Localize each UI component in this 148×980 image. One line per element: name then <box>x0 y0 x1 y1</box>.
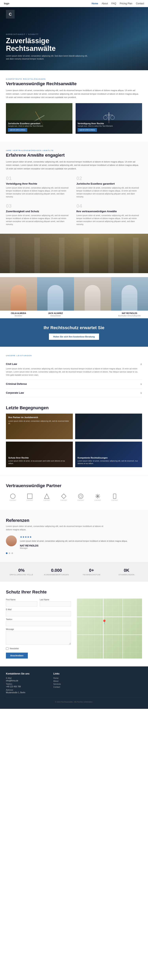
newsletter-checkbox[interactable] <box>6 647 8 650</box>
partner-logo-2 <box>27 493 33 499</box>
contact-title: Schutz Ihrer Rechte <box>6 590 142 595</box>
attorneys-title: Erfahrene Anwälte engagiert <box>6 153 142 158</box>
service-header-3[interactable]: Corporate Law ∨ <box>6 391 142 395</box>
recent-card-4: Kompetente Rechtslösungen Lorem ipsum do… <box>75 442 142 467</box>
newsletter-label: Newsletter <box>10 648 19 650</box>
firstname-input[interactable] <box>6 601 37 606</box>
team-name-2: JACK ALVAREZ <box>37 311 74 315</box>
hero-tag: GERECHTIGKEIT / SCHNITT <box>6 33 89 35</box>
attorneys-section: IHRE VERTRAUENSWÜRDIGEN ANWÄLTE Erfahren… <box>0 142 148 234</box>
team-photo-3 <box>74 277 111 311</box>
hero-logo-box: C <box>6 10 14 19</box>
nav-logo[interactable]: logo <box>4 2 9 5</box>
stat-num-3: 0+ <box>76 568 107 573</box>
footer-link-2[interactable]: About <box>53 680 95 682</box>
trusted-img-overlay-2: Verteidigung Ihrer Rechte Sample text. C… <box>76 120 142 134</box>
trusted-text: Lorem ipsum dolor sit amet, consectetur … <box>6 89 140 99</box>
lastname-label: Last Name <box>40 598 71 601</box>
contact-form-section: Schutz Ihrer Rechte First Name Last Name… <box>0 582 148 667</box>
service-item-2: Criminal Defense ∨ <box>6 380 142 388</box>
services-section: UNSERE LEISTUNGEN Civil Law ∧ Lorem ipsu… <box>0 347 148 405</box>
partner-6: CONTENT <box>91 492 105 502</box>
feature-num-1: 01 <box>6 175 72 181</box>
dot-1[interactable] <box>6 552 8 554</box>
form-group-phone: Telefon <box>6 618 71 626</box>
message-label: Message <box>6 628 71 630</box>
cta-title: Ihr Rechtsschutz erwartet Sie <box>6 325 142 330</box>
svg-point-2 <box>103 116 107 119</box>
service-chevron-3: ∨ <box>140 391 142 395</box>
testimonial-name: NAT REYNOLDS <box>20 544 127 547</box>
stats-section: 0% Erfolgreiche Fälle 0.000 Kundenbewert… <box>0 562 148 582</box>
team-grid: CELIA ALMEIDA Büroleiter JACK ALVAREZ Ve… <box>0 277 148 318</box>
trusted-images: Juristische Exzellenz garantiert Sample … <box>6 103 142 134</box>
footer-copyright: © 2024 Rechtsanwälte. Alle Rechte vorbeh… <box>55 701 93 703</box>
testimonial-stars: ★★★★★ <box>20 535 127 538</box>
stat-1: 0% Erfolgreiche Fälle <box>6 568 37 576</box>
map-container: 📍 <box>77 598 142 659</box>
testimonial-card: ★★★★★ Lorem ipsum dolor sit amet, consec… <box>6 535 142 549</box>
dot-2[interactable] <box>9 552 10 554</box>
recent-grid: Ihre Partner im Justizbereich Lorem ipsu… <box>6 414 142 467</box>
court-banner <box>0 234 148 273</box>
contact-submit-btn[interactable]: Anschreiben <box>6 652 28 659</box>
hero-title: Zuverlässige Rechtsanwälte <box>6 37 89 52</box>
trusted-img-sublabel-2: Sample text. Click to select the Text El… <box>78 125 140 127</box>
testimonial-dots <box>6 552 142 554</box>
footer-links-title: Links <box>53 672 95 675</box>
cta-button[interactable]: Holen Sie sich Ihre kostenlose Beratung <box>49 334 99 340</box>
dot-3[interactable] <box>11 552 13 554</box>
partner-label-1: CONTENT <box>10 500 16 501</box>
footer-email-value: info@firma.de <box>6 679 47 682</box>
feature-title-2: Juristische Exzellenz garantiert <box>76 182 142 185</box>
footer-social-col <box>101 672 142 694</box>
trusted-btn-2[interactable]: MEHR ERFAHREN <box>78 128 97 132</box>
stat-label-1: Erfolgreiche Fälle <box>6 574 37 576</box>
nav-link-contact[interactable]: Contact <box>136 2 144 5</box>
service-header-2[interactable]: Criminal Defense ∨ <box>6 382 142 385</box>
service-title-2: Criminal Defense <box>6 382 27 385</box>
contact-form: First Name Last Name E-Mail Telefon Mess… <box>6 598 71 659</box>
feature-1: 01 Verteidigung Ihrer Rechte Lorem ipsum… <box>6 175 72 198</box>
service-body-1: Lorem ipsum dolor sit amet, consectetur … <box>6 367 142 377</box>
form-name-row: First Name Last Name <box>6 598 71 606</box>
svg-point-6 <box>10 494 15 499</box>
trusted-img-overlay-1: Juristische Exzellenz garantiert Sample … <box>6 120 72 134</box>
footer-link-3[interactable]: Services <box>53 683 95 685</box>
partners-grid: CONTENT CONTENT CONTENT CONTENT CONTENT … <box>6 492 142 502</box>
phone-label: Telefon <box>6 618 71 620</box>
contact-layout: First Name Last Name E-Mail Telefon Mess… <box>6 598 142 659</box>
map-pin: 📍 <box>102 619 107 625</box>
partner-logo-4 <box>61 493 67 499</box>
testimonials-title: Referenzen <box>6 518 142 523</box>
recent-card-1: Ihre Partner im Justizbereich Lorem ipsu… <box>6 414 73 439</box>
footer-link-1[interactable]: Home <box>53 677 95 679</box>
partner-5: CONTENT <box>74 492 88 502</box>
partner-1: CONTENT <box>6 492 20 502</box>
partner-label-4: CONTENT <box>60 500 67 501</box>
partner-label-6: CONTENT <box>94 500 101 501</box>
hero-content: GERECHTIGKEIT / SCHNITT Zuverlässige Rec… <box>6 33 89 60</box>
feature-text-3: Lorem ipsum dolor sit amet, consectetur … <box>6 214 72 226</box>
feature-num-3: 03 <box>6 203 72 209</box>
form-group-message: Message <box>6 628 71 645</box>
footer-link-4[interactable]: Contact <box>53 686 95 688</box>
nav-link-home[interactable]: Home <box>92 2 98 5</box>
partner-logo-3 <box>44 493 50 499</box>
email-input[interactable] <box>6 611 71 616</box>
team-name-4: NAT REYNOLDS <box>111 311 148 315</box>
team-card-2: JACK ALVAREZ Verkaufsleiter <box>37 277 74 318</box>
svg-point-10 <box>78 494 83 499</box>
nav-link-pricing[interactable]: Pricing Plan <box>120 2 132 5</box>
trusted-btn-1[interactable]: MEHR ERFAHREN <box>8 128 27 132</box>
partners-section: Vertrauenswürdige Partner CONTENT CONTEN… <box>0 475 148 510</box>
nav-link-faq[interactable]: FAQ <box>111 2 116 5</box>
footer-contact-title: Kontaktieren Sie uns <box>6 672 47 675</box>
message-textarea[interactable] <box>6 631 71 645</box>
lastname-input[interactable] <box>40 601 71 606</box>
phone-input[interactable] <box>6 621 71 626</box>
recent-card-3: Schutz Ihrer Rechte Lorem ipsum dolor si… <box>6 442 73 467</box>
nav-link-about[interactable]: About <box>102 2 108 5</box>
service-header-1[interactable]: Civil Law ∧ <box>6 363 142 366</box>
recent-text-3: Lorem ipsum dolor sit amet, ut ea accusa… <box>8 460 70 465</box>
